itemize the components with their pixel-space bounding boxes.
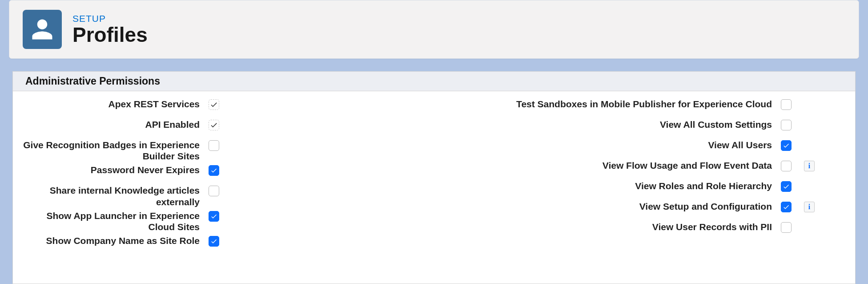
checkbox-view-roles-hierarchy[interactable] [781, 181, 792, 192]
checkbox-api-enabled [209, 120, 219, 130]
perm-row-show-app-launcher: Show App Launcher in Experience Cloud Si… [22, 207, 425, 232]
header-card: SETUP Profiles [9, 0, 859, 59]
perm-label-view-flow-usage: View Flow Usage and Flow Event Data [443, 160, 781, 171]
checkbox-view-all-users[interactable] [781, 140, 792, 151]
header-text: SETUP Profiles [72, 13, 148, 45]
perm-col-left: Apex REST ServicesAPI EnabledGive Recogn… [22, 96, 425, 253]
perm-label-view-all-custom-settings: View All Custom Settings [443, 119, 781, 130]
checkbox-apex-rest-services [209, 99, 219, 110]
info-icon-view-flow-usage[interactable]: i [804, 161, 815, 171]
detail-panel: Administrative Permissions Apex REST Ser… [12, 71, 856, 284]
perm-label-show-app-launcher: Show App Launcher in Experience Cloud Si… [22, 210, 209, 232]
checkbox-show-app-launcher[interactable] [209, 211, 219, 222]
checkbox-view-user-records-pii[interactable] [781, 222, 792, 233]
perm-row-test-sandboxes: Test Sandboxes in Mobile Publisher for E… [443, 96, 846, 116]
perm-row-apex-rest-services: Apex REST Services [22, 96, 425, 116]
checkbox-show-company-name[interactable] [209, 236, 219, 247]
checkbox-view-setup-config[interactable] [781, 202, 792, 212]
perm-label-view-setup-config: View Setup and Configuration [443, 201, 781, 212]
perm-row-view-setup-config: View Setup and Configurationi [443, 198, 846, 219]
eyebrow: SETUP [72, 13, 148, 24]
perm-row-share-internal-knowledge: Share internal Knowledge articles extern… [22, 182, 425, 207]
perm-col-right: Test Sandboxes in Mobile Publisher for E… [443, 96, 846, 253]
perm-row-give-recognition-badges: Give Recognition Badges in Experience Bu… [22, 137, 425, 162]
checkbox-password-never-expires[interactable] [209, 165, 219, 176]
perm-label-apex-rest-services: Apex REST Services [22, 98, 209, 110]
perm-row-view-roles-hierarchy: View Roles and Role Hierarchy [443, 178, 846, 198]
perm-label-view-all-users: View All Users [443, 139, 781, 150]
perm-label-give-recognition-badges: Give Recognition Badges in Experience Bu… [22, 139, 209, 162]
perm-row-view-flow-usage: View Flow Usage and Flow Event Datai [443, 157, 846, 178]
checkbox-share-internal-knowledge[interactable] [209, 186, 219, 196]
perm-row-view-user-records-pii: View User Records with PII [443, 219, 846, 239]
checkbox-test-sandboxes[interactable] [781, 99, 792, 110]
perm-label-view-user-records-pii: View User Records with PII [443, 221, 781, 232]
checkbox-view-flow-usage[interactable] [781, 161, 792, 171]
info-icon-view-setup-config[interactable]: i [804, 202, 815, 212]
perm-label-test-sandboxes: Test Sandboxes in Mobile Publisher for E… [443, 98, 781, 110]
page-root: SETUP Profiles Administrative Permission… [0, 0, 868, 284]
perm-row-show-company-name: Show Company Name as Site Role [22, 232, 425, 253]
perm-row-view-all-users: View All Users [443, 137, 846, 157]
perm-grid: Apex REST ServicesAPI EnabledGive Recogn… [13, 91, 855, 262]
section-header: Administrative Permissions [13, 72, 855, 91]
perm-label-share-internal-knowledge: Share internal Knowledge articles extern… [22, 185, 209, 207]
perm-row-api-enabled: API Enabled [22, 116, 425, 137]
perm-label-view-roles-hierarchy: View Roles and Role Hierarchy [443, 180, 781, 191]
profiles-icon [23, 10, 62, 49]
perm-row-view-all-custom-settings: View All Custom Settings [443, 116, 846, 137]
perm-label-password-never-expires: Password Never Expires [22, 164, 209, 175]
perm-row-password-never-expires: Password Never Expires [22, 162, 425, 182]
perm-label-show-company-name: Show Company Name as Site Role [22, 235, 209, 246]
checkbox-view-all-custom-settings[interactable] [781, 120, 792, 130]
page-title: Profiles [72, 24, 148, 45]
perm-label-api-enabled: API Enabled [22, 119, 209, 130]
checkbox-give-recognition-badges[interactable] [209, 140, 219, 151]
